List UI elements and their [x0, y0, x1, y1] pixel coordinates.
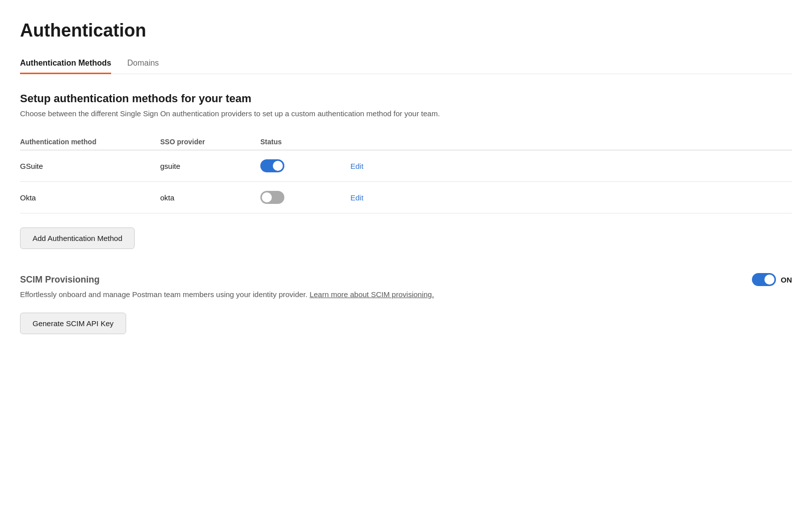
okta-toggle-slider: [260, 191, 284, 204]
table-row: Okta okta Edit: [20, 182, 792, 213]
auth-method-header: Authentication method: [20, 138, 160, 146]
gsuite-edit-button[interactable]: Edit: [350, 162, 363, 170]
scim-section: SCIM Provisioning ON Effortlessly onboar…: [20, 273, 792, 334]
scim-toggle-slider: [752, 273, 776, 286]
scim-title: SCIM Provisioning: [20, 275, 100, 285]
okta-edit-button[interactable]: Edit: [350, 193, 363, 202]
okta-provider-name: okta: [160, 193, 260, 202]
gsuite-status-toggle-cell: [260, 159, 350, 172]
actions-header: [350, 138, 390, 146]
section-description: Choose between the different Single Sign…: [20, 109, 792, 118]
scim-toggle-area: ON: [752, 273, 792, 286]
tabs-container: Authentication Methods Domains: [20, 53, 792, 74]
okta-edit-cell: Edit: [350, 193, 390, 202]
scim-header: SCIM Provisioning ON: [20, 273, 792, 286]
scim-description-text: Effortlessly onboard and manage Postman …: [20, 290, 307, 299]
okta-toggle[interactable]: [260, 191, 284, 204]
page-title: Authentication: [20, 20, 792, 41]
table-row: GSuite gsuite Edit: [20, 150, 792, 182]
tab-authentication-methods[interactable]: Authentication Methods: [20, 54, 111, 74]
sso-provider-header: SSO provider: [160, 138, 260, 146]
gsuite-toggle[interactable]: [260, 159, 284, 172]
generate-scim-api-key-button[interactable]: Generate SCIM API Key: [20, 313, 126, 334]
scim-on-label: ON: [781, 276, 792, 284]
okta-status-toggle-cell: [260, 191, 350, 204]
gsuite-edit-cell: Edit: [350, 162, 390, 170]
scim-learn-more-link[interactable]: Learn more about SCIM provisioning.: [309, 290, 434, 299]
scim-description: Effortlessly onboard and manage Postman …: [20, 290, 471, 299]
gsuite-provider-name: gsuite: [160, 162, 260, 170]
status-header: Status: [260, 138, 350, 146]
table-header: Authentication method SSO provider Statu…: [20, 134, 792, 150]
gsuite-method-name: GSuite: [20, 162, 160, 170]
okta-method-name: Okta: [20, 193, 160, 202]
gsuite-toggle-slider: [260, 159, 284, 172]
tab-domains[interactable]: Domains: [127, 54, 159, 74]
section-title: Setup authentication methods for your te…: [20, 92, 792, 105]
add-authentication-method-button[interactable]: Add Authentication Method: [20, 227, 135, 249]
scim-toggle[interactable]: [752, 273, 776, 286]
